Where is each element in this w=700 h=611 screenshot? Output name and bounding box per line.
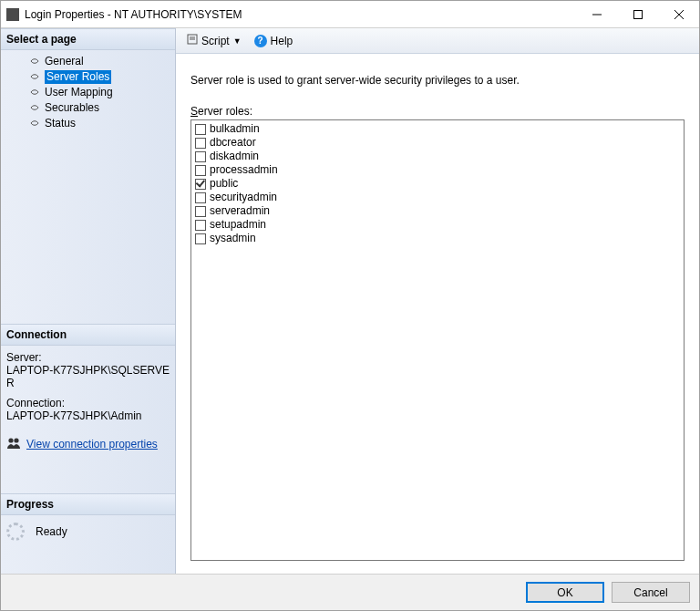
progress-block: Ready xyxy=(1,515,175,548)
sidebar-spacer xyxy=(1,139,175,324)
main: Script ▼ ? Help Server role is used to g… xyxy=(176,28,699,574)
role-item[interactable]: public xyxy=(195,177,680,191)
server-roles-listbox[interactable]: bulkadmindbcreatordiskadminprocessadminp… xyxy=(190,119,685,561)
role-label: bulkadmin xyxy=(210,122,260,136)
role-checkbox[interactable] xyxy=(195,192,206,203)
connection-value: LAPTOP-K77SJHPK\Admin xyxy=(6,409,170,422)
connection-label: Connection: xyxy=(6,397,170,409)
role-item[interactable]: sysadmin xyxy=(195,232,680,245)
sidebar-item-user-mapping[interactable]: User Mapping xyxy=(28,85,170,100)
role-label: diskadmin xyxy=(210,150,259,163)
group-icon xyxy=(6,437,21,451)
sidebar-item-general[interactable]: General xyxy=(28,54,170,69)
dialog-footer: OK Cancel xyxy=(1,574,699,610)
sidebar-item-status[interactable]: Status xyxy=(28,116,170,131)
page-icon xyxy=(30,57,39,67)
sidebar-item-label: Server Roles xyxy=(45,70,111,84)
role-label: securityadmin xyxy=(210,191,277,204)
help-icon: ? xyxy=(254,35,267,47)
sidebar-item-label: Status xyxy=(45,117,76,130)
script-button[interactable]: Script ▼ xyxy=(183,32,245,49)
server-roles-label: Server roles: xyxy=(190,105,685,118)
sidebar-item-label: General xyxy=(45,55,84,68)
sidebar-item-label: User Mapping xyxy=(45,86,113,99)
sidebar-gap xyxy=(1,457,175,493)
page-list: General Server Roles User Mapping Secura… xyxy=(1,50,175,139)
body: Select a page General Server Roles User … xyxy=(1,28,699,574)
role-label: dbcreator xyxy=(210,136,256,150)
role-item[interactable]: serveradmin xyxy=(195,204,680,218)
role-item[interactable]: securityadmin xyxy=(195,191,680,204)
window-title: Login Properties - NT AUTHORITY\SYSTEM xyxy=(25,8,576,21)
role-item[interactable]: diskadmin xyxy=(195,150,680,163)
server-label: Server: xyxy=(6,351,170,364)
role-label: public xyxy=(210,177,238,191)
ok-button[interactable]: OK xyxy=(526,582,604,603)
select-page-header: Select a page xyxy=(1,28,175,50)
svg-point-5 xyxy=(14,438,18,442)
role-checkbox[interactable] xyxy=(195,165,206,176)
role-label: serveradmin xyxy=(210,204,270,218)
role-item[interactable]: setupadmin xyxy=(195,218,680,232)
chevron-down-icon: ▼ xyxy=(233,36,242,46)
role-item[interactable]: dbcreator xyxy=(195,136,680,150)
role-label: sysadmin xyxy=(210,232,256,245)
role-checkbox[interactable] xyxy=(195,233,206,244)
maximize-button[interactable] xyxy=(617,1,658,27)
role-checkbox[interactable] xyxy=(195,124,206,135)
app-icon xyxy=(6,8,19,21)
login-properties-window: Login Properties - NT AUTHORITY\SYSTEM S… xyxy=(0,0,700,611)
role-checkbox[interactable] xyxy=(195,151,206,162)
window-controls xyxy=(576,1,699,27)
cancel-button[interactable]: Cancel xyxy=(612,582,690,603)
title-bar: Login Properties - NT AUTHORITY\SYSTEM xyxy=(1,1,699,28)
svg-point-4 xyxy=(8,438,13,442)
svg-rect-1 xyxy=(633,10,642,18)
server-value: LAPTOP-K77SJHPK\SQLSERVER xyxy=(6,364,170,389)
role-checkbox[interactable] xyxy=(195,206,206,217)
progress-spinner-icon xyxy=(6,523,25,541)
help-label: Help xyxy=(271,35,293,47)
toolbar: Script ▼ ? Help xyxy=(176,28,699,54)
sidebar-bottom-pad xyxy=(1,548,175,574)
role-checkbox[interactable] xyxy=(195,220,206,231)
progress-status: Ready xyxy=(36,525,67,538)
sidebar-item-securables[interactable]: Securables xyxy=(28,100,170,116)
description-text: Server role is used to grant server-wide… xyxy=(190,74,685,87)
page-icon xyxy=(30,73,39,82)
script-label: Script xyxy=(201,35,230,47)
page-icon xyxy=(30,119,39,129)
role-label: setupadmin xyxy=(210,218,266,232)
role-item[interactable]: processadmin xyxy=(195,163,680,177)
page-icon xyxy=(30,88,39,98)
role-item[interactable]: bulkadmin xyxy=(195,122,680,136)
progress-header: Progress xyxy=(1,493,175,515)
content: Server role is used to grant server-wide… xyxy=(176,54,699,574)
sidebar-item-server-roles[interactable]: Server Roles xyxy=(28,69,170,85)
view-connection-properties-link[interactable]: View connection properties xyxy=(26,438,158,450)
role-checkbox[interactable] xyxy=(195,179,206,190)
view-connection-properties[interactable]: View connection properties xyxy=(1,437,175,457)
close-button[interactable] xyxy=(658,1,699,27)
sidebar-item-label: Securables xyxy=(45,101,99,115)
role-label: processadmin xyxy=(210,163,278,177)
minimize-button[interactable] xyxy=(576,1,617,27)
sidebar: Select a page General Server Roles User … xyxy=(1,28,176,574)
script-icon xyxy=(187,34,198,47)
connection-header: Connection xyxy=(1,324,175,346)
connection-block: Server: LAPTOP-K77SJHPK\SQLSERVER Connec… xyxy=(1,346,175,437)
role-checkbox[interactable] xyxy=(195,138,206,149)
page-icon xyxy=(30,104,39,113)
help-button[interactable]: ? Help xyxy=(251,33,297,49)
